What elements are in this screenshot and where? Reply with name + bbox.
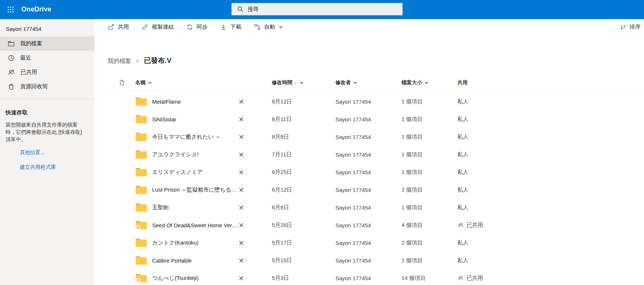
sharing-status[interactable]: 私人 xyxy=(457,133,644,140)
file-row[interactable]: エリスディスノミア 6月25日 Sayori 177454 1 個項目 私人 xyxy=(94,163,644,181)
modified-by[interactable]: Sayori 177454 xyxy=(335,169,402,175)
file-name[interactable]: SiNiSistar xyxy=(152,116,176,122)
file-size: 1 個項目 xyxy=(402,169,457,176)
file-size-column-label: 檔案大小 xyxy=(402,79,422,86)
chevron-down-icon xyxy=(299,81,304,85)
file-row[interactable]: アユラクライシス! 7月11日 Sayori 177454 1 個項目 私人 xyxy=(94,146,644,163)
file-name[interactable]: Seed Of Dead&Sweet Home Ver.1.33 xyxy=(152,222,238,228)
file-size-column-header[interactable]: 檔案大小 xyxy=(402,79,457,86)
download-button[interactable]: 下載 xyxy=(220,24,241,31)
modified-by[interactable]: Sayori 177454 xyxy=(335,275,402,281)
modified-date: 5月26日 xyxy=(272,222,335,229)
file-row[interactable]: つんべじ(Tsunbeji) 5月3日 Sayori 177454 14 個項目… xyxy=(94,269,644,285)
folder-icon xyxy=(135,167,147,177)
folder-shared-badge-icon xyxy=(136,225,140,229)
file-name[interactable]: エリスディスノミア xyxy=(152,169,203,176)
modified-by[interactable]: Sayori 177454 xyxy=(335,240,402,246)
copy-link-button[interactable]: 複製連結 xyxy=(141,24,174,31)
sidebar-item-recent[interactable]: 最近 xyxy=(0,51,94,65)
sharing-status[interactable]: 私人 xyxy=(457,116,644,123)
app-launcher-waffle-icon[interactable] xyxy=(7,6,14,13)
sharing-column-header[interactable]: 共用 xyxy=(457,79,644,86)
file-row[interactable]: Seed Of Dead&Sweet Home Ver.1.33 5月26日 S… xyxy=(94,216,644,234)
name-column-header[interactable]: 名稱 xyxy=(135,79,238,86)
sharing-status[interactable]: 私人 xyxy=(457,186,644,193)
edit-off-icon xyxy=(238,222,244,228)
download-icon xyxy=(220,24,227,31)
file-name[interactable]: Lust Prison ～監獄都市に堕ちる花乙女リ... xyxy=(152,186,238,193)
share-button-label: 共用 xyxy=(118,24,129,31)
file-size: 1 個項目 xyxy=(402,204,457,211)
folder-icon xyxy=(135,132,147,142)
sharing-status[interactable]: 私人 xyxy=(457,98,644,105)
folder-icon xyxy=(135,150,147,159)
sharing-status-label: 私人 xyxy=(457,204,468,211)
sharing-status[interactable]: 私人 xyxy=(457,169,644,176)
modified-by[interactable]: Sayori 177454 xyxy=(335,99,402,105)
edit-off-icon xyxy=(238,152,244,158)
modified-by[interactable]: Sayori 177454 xyxy=(335,204,402,211)
sidebar-item-recycle-bin[interactable]: 資源回收筒 xyxy=(0,79,94,94)
modified-by-column-header[interactable]: 修改者 xyxy=(335,79,402,86)
search-input[interactable]: 搜尋 xyxy=(231,3,403,16)
sharing-status[interactable]: 已共用 xyxy=(457,222,644,229)
file-row[interactable]: 今日もママに癒されたい ～ 8月8日 Sayori 177454 1 個項目 私… xyxy=(94,128,644,146)
folder-icon xyxy=(135,273,147,283)
sharing-status[interactable]: 私人 xyxy=(457,239,644,246)
sharing-status-label: 私人 xyxy=(457,257,468,264)
file-row[interactable]: Calibre Portable 5月15日 Sayori 177454 1 個… xyxy=(94,252,644,269)
share-button[interactable]: 共用 xyxy=(108,24,129,31)
file-row[interactable]: SiNiSistar 8月11日 Sayori 177454 1 個項目 私人 xyxy=(94,110,644,128)
file-name[interactable]: Calibre Portable xyxy=(152,257,192,264)
sharing-status-label: 私人 xyxy=(457,186,468,193)
sidebar-item-my-files[interactable]: 我的檔案 xyxy=(0,36,94,51)
sync-button[interactable]: 同步 xyxy=(186,24,208,31)
modified-by[interactable]: Sayori 177454 xyxy=(335,134,402,140)
folder-icon xyxy=(135,185,147,195)
file-name[interactable]: 今日もママに癒されたい ～ xyxy=(152,133,221,140)
folder-outline-icon xyxy=(8,40,15,47)
chevron-down-icon xyxy=(148,81,152,85)
folder-icon xyxy=(135,220,147,230)
modified-by[interactable]: Sayori 177454 xyxy=(335,187,402,193)
copy-link-button-label: 複製連結 xyxy=(152,24,174,31)
folder-icon xyxy=(135,238,147,247)
modified-by[interactable]: Sayori 177454 xyxy=(335,116,402,122)
more-places-link[interactable]: 其他位置... xyxy=(20,149,94,156)
app-title[interactable]: OneDrive xyxy=(21,6,51,13)
modified-by[interactable]: Sayori 177454 xyxy=(335,257,402,264)
edit-off-icon xyxy=(238,187,244,193)
file-type-column-header[interactable] xyxy=(119,79,135,86)
file-name[interactable]: つんべじ(Tsunbeji) xyxy=(152,275,198,282)
create-shared-library-link[interactable]: 建立共用程式庫 xyxy=(20,164,94,171)
name-column-label: 名稱 xyxy=(135,79,145,86)
file-row[interactable]: MetalFlame 8月12日 Sayori 177454 1 個項目 私人 xyxy=(94,93,644,110)
sidebar-item-shared[interactable]: 已共用 xyxy=(0,65,94,79)
modified-by[interactable]: Sayori 177454 xyxy=(335,222,402,228)
sharing-status[interactable]: 私人 xyxy=(457,151,644,158)
sidebar-divider xyxy=(0,99,94,99)
breadcrumb: 我的檔案 > 已發布.V xyxy=(108,56,644,65)
modified-by-column-label: 修改者 xyxy=(335,79,351,86)
file-row[interactable]: Lust Prison ～監獄都市に堕ちる花乙女リ... 6月12日 Sayor… xyxy=(94,181,644,199)
sharing-status[interactable]: 私人 xyxy=(457,204,644,211)
modified-date: 6月12日 xyxy=(272,186,335,193)
modified-date: 8月12日 xyxy=(272,98,335,105)
breadcrumb-parent[interactable]: 我的檔案 xyxy=(108,57,131,65)
automate-menu-button[interactable]: 自動 xyxy=(254,24,283,31)
file-name[interactable]: MetalFlame xyxy=(152,99,181,105)
sort-menu-button[interactable]: 排序 xyxy=(620,19,644,35)
shared-people-icon xyxy=(457,275,464,281)
file-name[interactable]: 五聖劍 xyxy=(152,204,169,211)
sharing-status[interactable]: 私人 xyxy=(457,257,644,264)
file-row[interactable]: 五聖劍 6月8日 Sayori 177454 1 個項目 私人 xyxy=(94,199,644,216)
modified-column-header[interactable]: 修改時間 ↓ xyxy=(272,79,335,86)
file-name[interactable]: アユラクライシス! xyxy=(152,151,199,158)
quick-access-heading: 快速存取 xyxy=(6,109,94,116)
file-name[interactable]: カントク(Kantoku) xyxy=(152,239,198,246)
modified-by[interactable]: Sayori 177454 xyxy=(335,152,402,158)
sharing-status[interactable]: 已共用 xyxy=(457,275,644,282)
shared-people-icon xyxy=(457,222,464,228)
chevron-down-icon xyxy=(278,25,283,29)
file-row[interactable]: カントク(Kantoku) 5月17日 Sayori 177454 2 個項目 … xyxy=(94,234,644,252)
